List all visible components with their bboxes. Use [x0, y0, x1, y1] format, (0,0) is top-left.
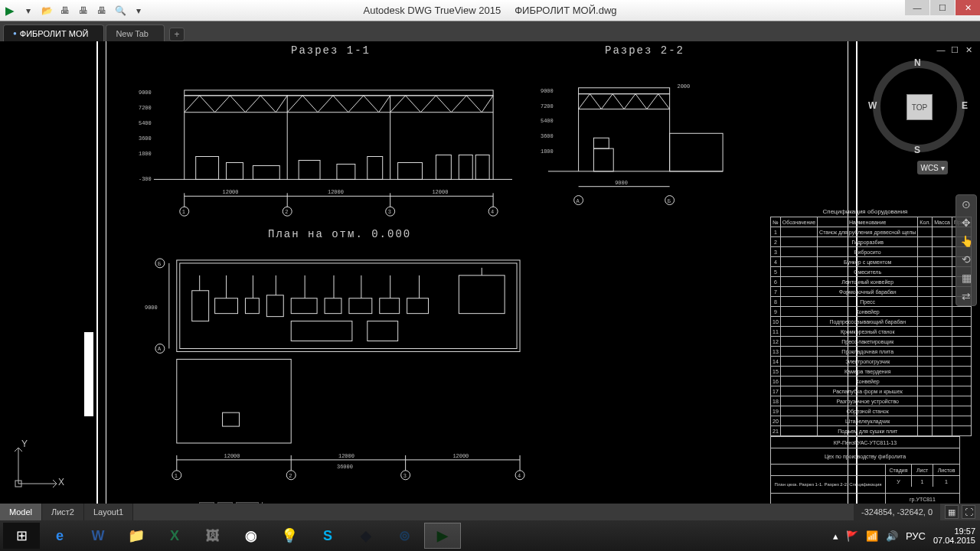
viewcube-n[interactable]: N — [914, 57, 921, 68]
spec-h-name: Наименование — [818, 217, 918, 227]
orbit-icon[interactable]: ⟲ — [956, 253, 976, 266]
section1-drawing: 1 2 3 4 12000 12000 12000 9000 7200 5400… — [138, 64, 521, 217]
spec-cell — [933, 386, 952, 396]
taskbar-app-steam[interactable]: ◆ — [348, 523, 384, 549]
taskbar-app-word[interactable]: W — [80, 523, 116, 549]
svg-rect-62 — [215, 298, 238, 314]
taskbar-app-excel[interactable]: X — [156, 523, 193, 549]
layout-tab-layout1[interactable]: Layout1 — [84, 504, 133, 520]
svg-rect-9 — [299, 160, 320, 179]
app-logo-icon[interactable]: ▶ — [3, 4, 17, 18]
svg-text:7200: 7200 — [139, 105, 152, 111]
tray-volume-icon[interactable]: 🔊 — [886, 530, 898, 542]
showmotion-icon[interactable]: ▦ — [956, 272, 976, 284]
taskbar-app-tip[interactable]: 💡 — [271, 523, 308, 549]
qat-dropdown-icon[interactable]: ▾ — [21, 4, 35, 18]
svg-rect-72 — [368, 321, 398, 341]
section2-drawing: А Б 9000 2000 9000 7200 5400 3600 1800 — [540, 64, 731, 210]
add-tab-button[interactable]: + — [169, 28, 185, 41]
spec-cell — [933, 377, 952, 386]
layout-tab-sheet2[interactable]: Лист2 — [42, 504, 84, 520]
layout-tab-model[interactable]: Model — [0, 504, 42, 520]
find-icon[interactable]: 🔍 — [113, 4, 127, 18]
tray-network-icon[interactable]: 📶 — [866, 530, 878, 542]
spec-cell — [918, 416, 933, 426]
doc-maximize-button[interactable]: ☐ — [949, 44, 960, 55]
plot-icon[interactable]: 🖶 — [58, 4, 72, 18]
tb-empty — [771, 465, 886, 475]
doc-minimize-button[interactable]: — — [936, 44, 946, 55]
spec-cell — [918, 347, 933, 357]
svg-text:3: 3 — [388, 209, 391, 215]
spec-cell — [933, 406, 952, 416]
file-tab-active[interactable]: ФИБРОЛИТ МОЙ — [3, 24, 104, 41]
taskbar-app-explorer[interactable]: 📁 — [118, 523, 155, 549]
viewcube-e[interactable]: E — [962, 100, 968, 111]
pan-icon[interactable]: ✥ — [956, 217, 976, 229]
svg-rect-70 — [459, 276, 505, 314]
view-cube[interactable]: N S E W TOP — [873, 60, 965, 152]
spec-row: 12Пресс-пакетировщик — [771, 337, 972, 347]
spec-row: 3Вибросито — [771, 247, 972, 257]
spec-cell — [933, 287, 952, 297]
taskbar-app-app1[interactable]: ⊚ — [386, 523, 423, 549]
qat-more-icon[interactable]: ▾ — [132, 4, 145, 18]
minimize-button[interactable]: — — [905, 0, 929, 15]
spec-cell — [918, 277, 933, 287]
tray-up-icon[interactable]: ▴ — [833, 530, 838, 542]
spec-cell — [780, 416, 817, 426]
svg-text:9000: 9000 — [541, 88, 554, 94]
svg-rect-12 — [398, 162, 423, 179]
spec-cell — [933, 337, 952, 347]
wcs-toggle[interactable]: WCS ▾ — [917, 161, 948, 174]
doc-close-button[interactable]: ✕ — [963, 44, 974, 55]
close-button[interactable]: ✕ — [956, 0, 980, 15]
svg-text:4: 4 — [491, 209, 494, 215]
drawing-canvas[interactable]: Разрез 1-1 Разрез 2-2 План на отм. 0.000 — [0, 41, 980, 520]
open-icon[interactable]: 📂 — [40, 4, 54, 18]
svg-rect-11 — [368, 157, 383, 180]
tb-desc: План цеха. Разрез 1-1. Разрез 2-2. Специ… — [771, 476, 886, 493]
tray-lang[interactable]: РУС — [906, 530, 926, 542]
grid-toggle-icon[interactable]: ▦ — [945, 505, 959, 519]
spec-cell — [780, 367, 817, 377]
nav-more-icon[interactable]: ⇄ — [956, 290, 976, 302]
zoom-icon[interactable]: 👆 — [956, 235, 976, 247]
tb-group: гр.УТС811 — [886, 494, 959, 504]
svg-rect-42 — [579, 88, 670, 94]
taskbar-app-trueview[interactable]: ▶ — [424, 523, 461, 549]
spec-cell — [918, 367, 933, 377]
viewcube-s[interactable]: S — [914, 145, 920, 155]
status-tray: ▦ ⛶ — [940, 505, 980, 519]
spec-cell — [933, 416, 952, 426]
spec-cell — [952, 406, 971, 416]
tray-flag-icon[interactable]: 🚩 — [846, 530, 858, 542]
tb-sheets-lbl: Листов — [933, 465, 959, 475]
fullscreen-toggle-icon[interactable]: ⛶ — [962, 505, 975, 519]
steering-wheel-icon[interactable]: ⊙ — [956, 198, 976, 210]
spec-row: 1Станок для рубления древесной щепы — [771, 227, 972, 237]
taskbar-app-skype[interactable]: S — [309, 523, 346, 549]
spec-cell: Конвейер — [818, 307, 918, 317]
taskbar-app-photos[interactable]: 🖼 — [194, 523, 231, 549]
svg-text:2: 2 — [285, 209, 288, 215]
spec-cell — [780, 396, 817, 406]
spec-row: 16Конвейер — [771, 377, 972, 386]
plot-preview-icon[interactable]: 🖶 — [77, 4, 90, 18]
batch-plot-icon[interactable]: 🖶 — [95, 4, 109, 18]
tb-code: КР-ПензГУАС-УТС811-13 — [771, 437, 959, 448]
start-button[interactable]: ⊞ — [3, 523, 40, 549]
file-tab-new[interactable]: New Tab — [106, 24, 165, 41]
viewcube-w[interactable]: W — [868, 100, 877, 111]
viewcube-top[interactable]: TOP — [906, 94, 933, 120]
spec-cell — [780, 347, 817, 357]
tray-clock[interactable]: 19:57 07.04.2015 — [933, 527, 975, 545]
maximize-button[interactable]: ☐ — [930, 0, 955, 15]
taskbar-app-ie[interactable]: e — [41, 523, 78, 549]
spec-cell — [780, 237, 817, 247]
taskbar-app-chrome[interactable]: ◉ — [233, 523, 270, 549]
spec-cell — [918, 237, 933, 247]
svg-text:12000: 12000 — [432, 189, 448, 195]
spec-cell — [933, 347, 952, 357]
file-tab-bar: ФИБРОЛИТ МОЙ New Tab + — [0, 21, 980, 41]
